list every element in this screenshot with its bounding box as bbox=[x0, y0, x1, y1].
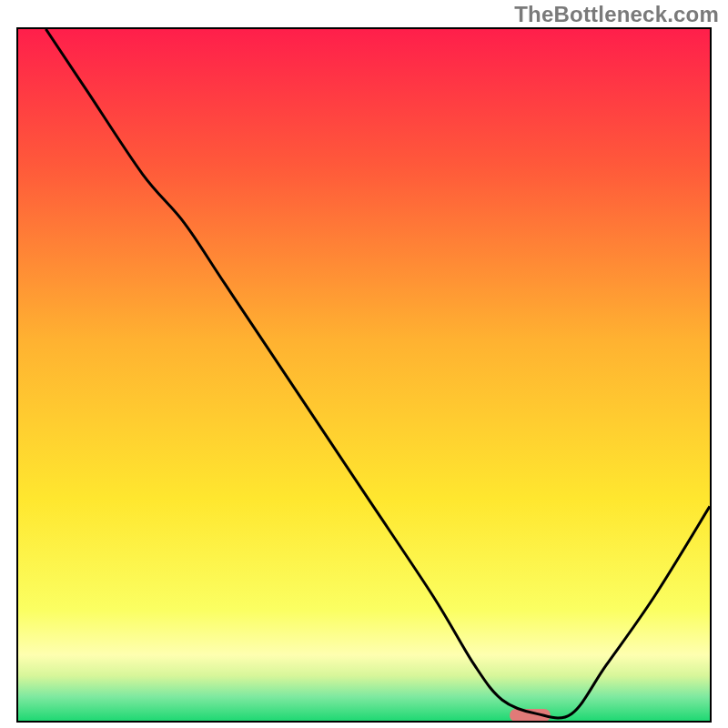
plot-frame bbox=[16, 27, 712, 723]
chart-canvas: TheBottleneck.com bbox=[0, 0, 728, 728]
bottleneck-curve bbox=[18, 29, 710, 721]
watermark-text: TheBottleneck.com bbox=[514, 2, 719, 27]
curve-path bbox=[46, 29, 710, 718]
